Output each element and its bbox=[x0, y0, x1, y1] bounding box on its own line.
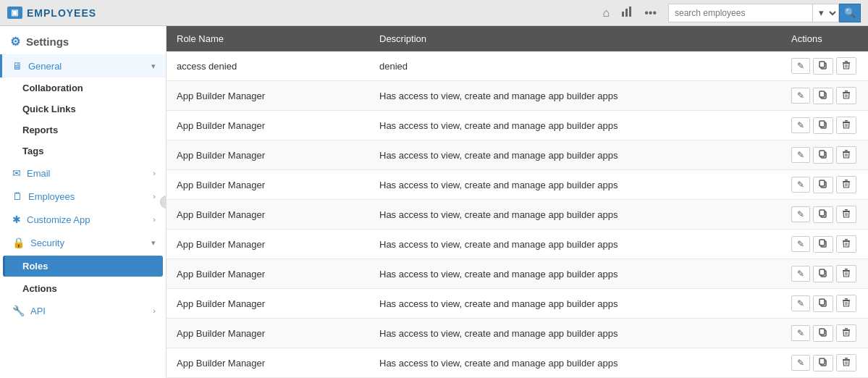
edit-button[interactable]: ✎ bbox=[791, 355, 810, 371]
svg-rect-29 bbox=[843, 181, 850, 182]
delete-button[interactable] bbox=[836, 117, 856, 134]
cell-actions: ✎ bbox=[781, 51, 868, 81]
delete-button[interactable] bbox=[836, 146, 856, 164]
settings-header: ⚙ Settings bbox=[0, 26, 166, 54]
delete-button[interactable] bbox=[836, 324, 856, 342]
search-button[interactable]: 🔍 bbox=[839, 4, 861, 22]
delete-button[interactable] bbox=[836, 235, 856, 253]
svg-rect-17 bbox=[843, 122, 850, 122]
table-row: App Builder Manager Has access to view, … bbox=[167, 170, 868, 200]
sidebar-item-customize-app[interactable]: ✱ Customize App › bbox=[0, 208, 166, 231]
copy-button[interactable] bbox=[813, 206, 833, 223]
cell-actions: ✎ bbox=[781, 289, 868, 319]
edit-button[interactable]: ✎ bbox=[791, 88, 810, 104]
svg-rect-35 bbox=[843, 211, 850, 211]
svg-rect-1 bbox=[625, 9, 628, 17]
svg-rect-30 bbox=[845, 180, 848, 181]
svg-rect-48 bbox=[845, 269, 848, 270]
sidebar-sub-item-collaboration[interactable]: Collaboration bbox=[0, 77, 166, 98]
svg-rect-64 bbox=[819, 358, 825, 364]
sidebar-sub-item-reports[interactable]: Reports bbox=[0, 119, 166, 140]
chevron-down-icon: ▾ bbox=[151, 238, 156, 248]
cell-description: Has access to view, create and manage ap… bbox=[369, 81, 781, 111]
home-button[interactable]: ⌂ bbox=[599, 5, 615, 21]
svg-rect-59 bbox=[843, 329, 850, 330]
chevron-right-icon: › bbox=[153, 169, 156, 177]
cell-actions: ✎ bbox=[781, 230, 868, 259]
search-area: ▾ 🔍 bbox=[668, 4, 861, 22]
edit-button[interactable]: ✎ bbox=[791, 266, 810, 282]
main-content: Role Name Description Actions access den… bbox=[167, 26, 868, 378]
cell-actions: ✎ bbox=[781, 170, 868, 200]
col-header-description: Description bbox=[369, 26, 781, 51]
sidebar-sub-item-actions[interactable]: Actions bbox=[0, 278, 166, 299]
table-row: App Builder Manager Has access to view, … bbox=[167, 289, 868, 319]
sidebar-item-label: Email bbox=[27, 168, 51, 179]
edit-button[interactable]: ✎ bbox=[791, 325, 810, 341]
sidebar-item-api[interactable]: 🔧 API › bbox=[0, 299, 166, 322]
svg-rect-42 bbox=[845, 239, 848, 240]
delete-button[interactable] bbox=[836, 265, 856, 282]
cell-role-name: App Builder Manager bbox=[167, 111, 369, 140]
chevron-right-icon: › bbox=[153, 192, 156, 201]
cell-role-name: App Builder Manager bbox=[167, 319, 369, 348]
copy-button[interactable] bbox=[813, 147, 833, 164]
reports-label: Reports bbox=[22, 125, 58, 135]
table-row: App Builder Manager Has access to view, … bbox=[167, 259, 868, 289]
chart-button[interactable] bbox=[617, 4, 637, 22]
edit-button[interactable]: ✎ bbox=[791, 236, 810, 252]
sidebar-item-security[interactable]: 🔒 Security ▾ bbox=[0, 231, 166, 254]
search-dropdown[interactable]: ▾ bbox=[813, 4, 839, 22]
cell-role-name: App Builder Manager bbox=[167, 170, 369, 200]
cell-actions: ✎ bbox=[781, 81, 868, 111]
edit-button[interactable]: ✎ bbox=[791, 177, 810, 193]
sidebar-sub-item-tags[interactable]: Tags bbox=[0, 140, 166, 161]
table-row: App Builder Manager Has access to view, … bbox=[167, 319, 868, 348]
delete-button[interactable] bbox=[836, 206, 856, 223]
copy-button[interactable] bbox=[813, 266, 833, 282]
copy-button[interactable] bbox=[813, 355, 833, 371]
sidebar-item-email[interactable]: ✉ Email › bbox=[0, 161, 166, 185]
sidebar-item-general[interactable]: 🖥 General ▾ bbox=[0, 54, 166, 77]
copy-button[interactable] bbox=[813, 88, 833, 104]
cell-description: Has access to view, create and manage ap… bbox=[369, 140, 781, 170]
sidebar-item-employees[interactable]: 🗒 Employees › bbox=[0, 185, 166, 208]
api-icon: 🔧 bbox=[12, 305, 25, 316]
cell-actions: ✎ bbox=[781, 140, 868, 170]
svg-rect-0 bbox=[622, 12, 624, 17]
delete-button[interactable] bbox=[836, 354, 856, 371]
svg-rect-2 bbox=[629, 7, 631, 17]
roles-table: Role Name Description Actions access den… bbox=[167, 26, 868, 378]
edit-button[interactable]: ✎ bbox=[791, 295, 810, 311]
topbar: ▣ EMPLOYEES ⌂ ••• ▾ 🔍 bbox=[0, 0, 868, 26]
copy-button[interactable] bbox=[813, 325, 833, 342]
edit-button[interactable]: ✎ bbox=[791, 58, 810, 74]
logo-area: ▣ EMPLOYEES bbox=[7, 7, 167, 19]
delete-button[interactable] bbox=[836, 87, 856, 104]
copy-button[interactable] bbox=[813, 177, 833, 193]
sidebar-item-label: Customize App bbox=[27, 214, 90, 225]
svg-rect-53 bbox=[843, 300, 850, 301]
svg-rect-28 bbox=[819, 180, 825, 186]
more-button[interactable]: ••• bbox=[640, 5, 661, 21]
roles-label: Roles bbox=[22, 261, 48, 272]
sidebar-sub-item-roles[interactable]: Roles bbox=[3, 256, 163, 277]
copy-button[interactable] bbox=[813, 295, 833, 312]
settings-label: Settings bbox=[26, 35, 69, 48]
search-input[interactable] bbox=[668, 4, 813, 22]
sidebar-item-label: API bbox=[30, 306, 46, 316]
copy-button[interactable] bbox=[813, 117, 833, 134]
delete-button[interactable] bbox=[836, 57, 856, 75]
sidebar-sub-item-quick-links[interactable]: Quick Links bbox=[0, 98, 166, 119]
copy-button[interactable] bbox=[813, 58, 833, 75]
chevron-down-icon: ▾ bbox=[151, 62, 156, 71]
delete-button[interactable] bbox=[836, 295, 856, 312]
cell-role-name: App Builder Manager bbox=[167, 81, 369, 111]
edit-button[interactable]: ✎ bbox=[791, 147, 810, 163]
cell-description: Has access to view, create and manage ap… bbox=[369, 319, 781, 348]
copy-button[interactable] bbox=[813, 236, 833, 253]
delete-button[interactable] bbox=[836, 176, 856, 193]
table-row: App Builder Manager Has access to view, … bbox=[167, 140, 868, 170]
edit-button[interactable]: ✎ bbox=[791, 206, 810, 222]
edit-button[interactable]: ✎ bbox=[791, 117, 810, 133]
